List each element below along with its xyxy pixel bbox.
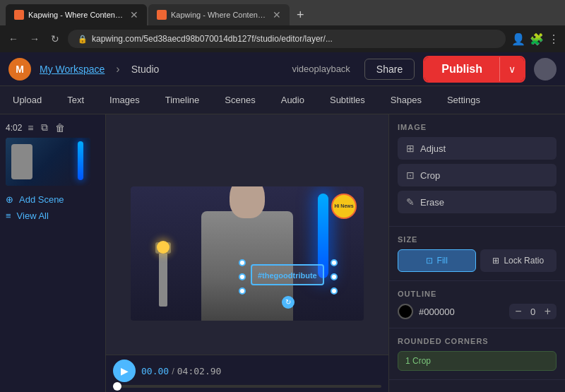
- trash-icon-button[interactable]: 🗑: [54, 121, 66, 135]
- scene-thumbnail[interactable]: [6, 138, 90, 186]
- publish-button[interactable]: Publish: [424, 57, 499, 81]
- size-section: SIZE ⊡ Fill ⊞ Lock Ratio: [389, 227, 565, 281]
- address-input[interactable]: 🔒 kapwing.com/5ed38aecd98b070014db127f/s…: [68, 30, 506, 48]
- outline-section-label: OUTLINE: [398, 290, 557, 298]
- handle-bottom-left[interactable]: [239, 287, 246, 295]
- project-name: videoplayback: [292, 64, 350, 74]
- crop-button[interactable]: ⊡ Crop: [398, 164, 557, 186]
- fill-label: Fill: [437, 256, 448, 266]
- time-display: 4:02: [6, 123, 22, 133]
- fill-button[interactable]: ⊡ Fill: [398, 249, 476, 272]
- tab-bar: Kapwing - Where Content Creati... ✕ Kapw…: [0, 0, 565, 25]
- thumbnail-person: [11, 144, 32, 179]
- new-tab-button[interactable]: +: [291, 8, 310, 23]
- tab-1[interactable]: Kapwing - Where Content Creati... ✕: [6, 4, 147, 25]
- adjust-button[interactable]: ⊞ Adjust: [398, 137, 557, 160]
- left-panel: 4:02 ≡ ⧉ 🗑 ⊕ Add Scene ≡ View All: [0, 114, 106, 392]
- toolbar-shapes[interactable]: Shapes: [378, 86, 434, 114]
- toolbar-settings[interactable]: Settings: [434, 86, 493, 114]
- profile-icon[interactable]: 👤: [511, 32, 525, 46]
- outline-increase-button[interactable]: +: [543, 305, 552, 318]
- time-info: 00.00 / 04:02.90: [141, 366, 381, 376]
- workspace-avatar: M: [8, 58, 31, 81]
- breadcrumb-separator: ›: [116, 63, 119, 76]
- toolbar-timeline[interactable]: Timeline: [153, 86, 213, 114]
- handle-top-left[interactable]: [239, 259, 246, 266]
- browser-actions: 👤 🧩 ⋮: [511, 32, 559, 46]
- app-header: M My Workspace › Studio videoplayback Sh…: [0, 52, 565, 86]
- crop-note: 1 Crop: [398, 351, 557, 371]
- timeline-item: 4:02 ≡ ⧉ 🗑: [6, 120, 100, 135]
- lamp-bulb: [157, 241, 170, 254]
- tab-2-title: Kapwing - Where Content Creati...: [171, 11, 266, 19]
- handle-top-right[interactable]: [331, 259, 338, 266]
- list-icon-button[interactable]: ≡: [26, 121, 35, 135]
- view-all-button[interactable]: ≡ View All: [6, 208, 100, 224]
- view-all-label: View All: [17, 210, 49, 221]
- erase-label: Erase: [420, 197, 444, 208]
- forward-button[interactable]: →: [27, 30, 42, 47]
- crop-note-text: 1 Crop: [405, 356, 431, 366]
- image-section-label: IMAGE: [398, 123, 557, 131]
- add-scene-button[interactable]: ⊕ Add Scene: [6, 191, 100, 208]
- rotate-handle[interactable]: ↻: [282, 296, 295, 309]
- outline-row: #000000 − 0 +: [398, 304, 557, 319]
- address-bar: ← → ↻ 🔒 kapwing.com/5ed38aecd98b070014db…: [0, 25, 565, 52]
- toolbar-audio[interactable]: Audio: [268, 86, 317, 114]
- handle-middle-right[interactable]: [331, 273, 338, 280]
- publish-dropdown-button[interactable]: ∨: [499, 57, 524, 81]
- canvas-area[interactable]: Hi News #thegoodtribute ↻ ▶: [106, 114, 388, 392]
- toolbar-text[interactable]: Text: [54, 86, 97, 114]
- toolbar-images[interactable]: Images: [97, 86, 153, 114]
- selection-handles: ↻: [242, 263, 334, 291]
- handle-middle-left[interactable]: [239, 273, 246, 280]
- tab-2[interactable]: Kapwing - Where Content Creati... ✕: [148, 4, 290, 25]
- time-separator: /: [172, 366, 174, 376]
- thumbnail-placeholder: [6, 138, 90, 186]
- outline-color-value: #000000: [419, 307, 504, 317]
- erase-button[interactable]: ✎ Erase: [398, 191, 557, 213]
- tab-1-close[interactable]: ✕: [130, 9, 138, 20]
- adjust-label: Adjust: [420, 143, 446, 154]
- rounded-corners-label: ROUNDED CORNERS: [398, 337, 557, 345]
- tab-2-close[interactable]: ✕: [273, 9, 281, 20]
- outline-color-swatch[interactable]: [398, 304, 413, 319]
- size-section-label: SIZE: [398, 235, 557, 244]
- tab-1-favicon: [14, 10, 24, 20]
- progress-thumb[interactable]: [113, 382, 121, 391]
- right-panel: IMAGE ⊞ Adjust ⊡ Crop ✎ Erase SIZE ⊡ Fil…: [388, 114, 565, 392]
- lock-ratio-icon: ⊞: [492, 256, 499, 266]
- total-time: 04:02.90: [177, 366, 222, 376]
- outline-num-control: − 0 +: [509, 304, 557, 319]
- lamp-stand: [159, 250, 167, 307]
- workspace-link[interactable]: My Workspace: [40, 64, 105, 75]
- play-button[interactable]: ▶: [113, 360, 136, 382]
- rounded-corners-section: ROUNDED CORNERS 1 Crop: [389, 328, 565, 380]
- user-avatar[interactable]: [534, 58, 557, 81]
- outline-decrease-button[interactable]: −: [513, 305, 523, 318]
- lock-ratio-button[interactable]: ⊞ Lock Ratio: [480, 249, 557, 272]
- tab-2-favicon: [157, 10, 167, 20]
- menu-icon[interactable]: ⋮: [548, 32, 559, 46]
- image-section: IMAGE ⊞ Adjust ⊡ Crop ✎ Erase: [389, 114, 565, 227]
- adjust-icon: ⊞: [406, 143, 415, 154]
- share-button[interactable]: Share: [364, 59, 415, 80]
- tab-1-title: Kapwing - Where Content Creati...: [28, 11, 123, 19]
- handle-bottom-right[interactable]: [331, 287, 338, 295]
- studio-label: Studio: [131, 64, 160, 75]
- publish-group: Publish ∨: [423, 56, 525, 83]
- copy-icon-button[interactable]: ⧉: [40, 120, 49, 135]
- outline-section: OUTLINE #000000 − 0 +: [389, 281, 565, 328]
- video-canvas: Hi News #thegoodtribute ↻: [131, 186, 364, 321]
- toolbar-subtitles[interactable]: Subtitles: [317, 86, 378, 114]
- toolbar-scenes[interactable]: Scenes: [212, 86, 268, 114]
- overlay-logo: Hi News: [331, 194, 357, 219]
- add-scene-label: Add Scene: [19, 194, 64, 205]
- address-text: kapwing.com/5ed38aecd98b070014db127f/stu…: [92, 34, 333, 44]
- refresh-button[interactable]: ↻: [48, 30, 62, 47]
- progress-track[interactable]: [113, 385, 381, 388]
- extensions-icon[interactable]: 🧩: [530, 32, 544, 46]
- back-button[interactable]: ←: [6, 30, 21, 47]
- toolbar-upload[interactable]: Upload: [0, 86, 54, 114]
- fill-icon: ⊡: [426, 256, 433, 266]
